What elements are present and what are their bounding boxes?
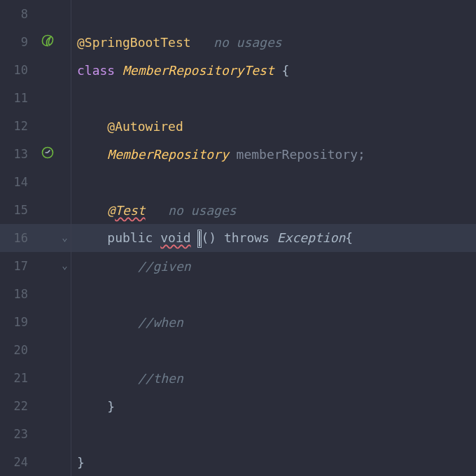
usage-hint[interactable]: no usages [168,203,237,218]
brace: { [274,63,290,78]
code-line[interactable]: 12 @Autowired [0,112,476,140]
code-line[interactable]: 10 class MemberRepositoryTest { [0,56,476,84]
annotation-test: Test [115,203,145,218]
fold-column [59,308,71,336]
fold-column [59,196,71,224]
spring-bean-icon [41,146,55,162]
annotation-at: @ [107,203,115,218]
annotation: @SpringBootTest [77,35,191,50]
fold-column [59,140,71,168]
fold-column [59,448,71,476]
keyword-void: void [160,230,190,245]
code-editor[interactable]: 8 9 @SpringBootTest no usages 10 class M… [0,0,476,476]
code-line[interactable]: 9 @SpringBootTest no usages [0,28,476,56]
keyword-public: public [107,230,160,245]
fold-column [59,56,71,84]
comment: //when [138,315,183,330]
line-number: 24 [0,455,36,469]
brace: } [107,399,115,414]
line-number: 10 [0,63,36,77]
fold-column [59,392,71,420]
code-line-active[interactable]: 16 ⌄ public void () throws Exception{ [0,224,476,252]
line-number: 8 [0,7,36,21]
code-line[interactable]: 18 [0,280,476,308]
code-line[interactable]: 15 @Test no usages [0,196,476,224]
gutter-icon-slot[interactable] [36,146,59,162]
line-number: 16 [0,231,36,245]
line-number: 15 [0,203,36,217]
comment: //then [138,371,183,386]
line-number: 11 [0,91,36,105]
fold-column [59,364,71,392]
line-number: 20 [0,343,36,357]
chevron-down-icon: ⌄ [62,232,67,243]
fold-column [59,280,71,308]
code-line[interactable]: 11 [0,84,476,112]
fold-column [59,420,71,448]
fold-column [59,336,71,364]
line-number: 18 [0,287,36,301]
keyword-class: class [77,63,115,78]
code-line[interactable]: 13 MemberRepository memberRepository; [0,140,476,168]
parens: () [201,230,224,245]
chevron-down-icon: ⌄ [62,260,67,271]
fold-column[interactable]: ⌄ [59,252,71,280]
line-number: 9 [0,35,36,49]
fold-column[interactable]: ⌄ [59,224,71,252]
code-line[interactable]: 14 [0,168,476,196]
line-number: 21 [0,371,36,385]
code-line[interactable]: 8 [0,0,476,28]
keyword-throws: throws [224,230,277,245]
code-line[interactable]: 24 } [0,448,476,476]
fold-column [59,168,71,196]
fold-column [59,28,71,56]
line-number: 22 [0,399,36,413]
brace: } [77,455,85,470]
class-name: MemberRepositoryTest [122,63,274,78]
line-number: 13 [0,147,36,161]
annotation: @Autowired [107,119,183,134]
identifier: memberRepository; [229,147,365,162]
fold-column [59,84,71,112]
code-line[interactable]: 22 } [0,392,476,420]
line-number: 23 [0,427,36,441]
line-number: 19 [0,315,36,329]
line-number: 14 [0,175,36,189]
code-line[interactable]: 17 ⌄ //given [0,252,476,280]
code-line[interactable]: 23 [0,420,476,448]
exception-type: Exception [277,230,346,245]
type-name: MemberRepository [107,147,228,162]
spring-leaf-icon [41,34,55,50]
line-number: 17 [0,259,36,273]
fold-column [59,112,71,140]
code-line[interactable]: 21 //then [0,364,476,392]
line-number: 12 [0,119,36,133]
fold-column [59,0,71,28]
brace: { [345,230,353,245]
code-line[interactable]: 20 [0,336,476,364]
gutter-icon-slot[interactable] [36,34,59,50]
code-line[interactable]: 19 //when [0,308,476,336]
usage-hint[interactable]: no usages [214,35,282,50]
comment: //given [138,259,191,274]
